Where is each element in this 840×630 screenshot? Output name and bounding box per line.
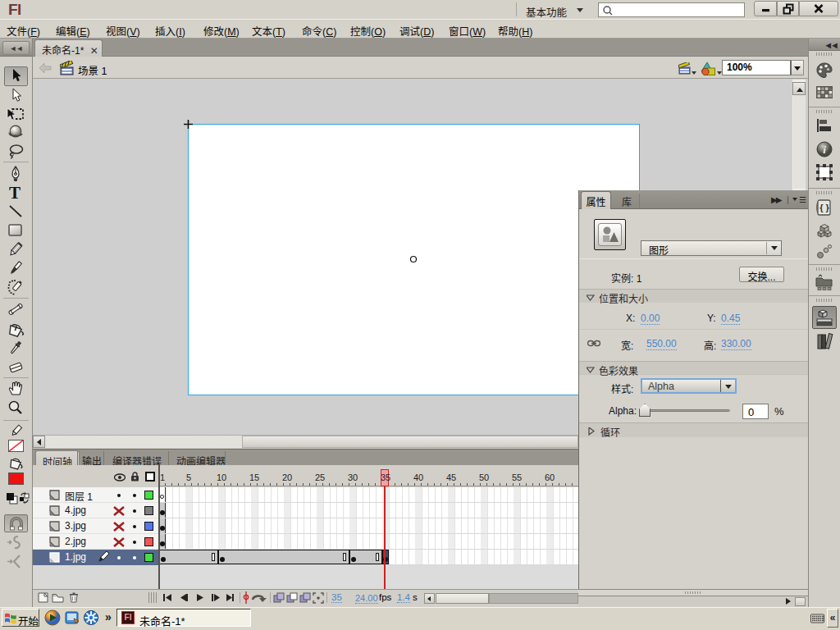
svg-text:i: i: [823, 144, 826, 156]
svg-text:{ }: { }: [819, 203, 829, 212]
